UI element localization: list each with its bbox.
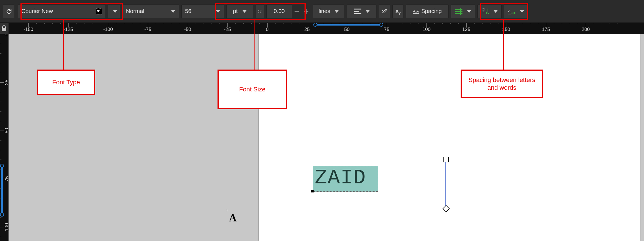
- subscript-icon: xy: [395, 8, 401, 15]
- annotation-label-spacing: Spacing between letters and words: [461, 70, 543, 98]
- spacing-icon: A A: [413, 9, 419, 14]
- horizontal-ruler[interactable]: -150-125-100-75-50-250255075100125150175…: [9, 23, 644, 34]
- glyph-rotation-button[interactable]: 字: [477, 5, 502, 18]
- annotation-line: [63, 20, 64, 70]
- canvas-area[interactable]: ZAID +A: [9, 34, 644, 241]
- annotation-line: [254, 20, 255, 70]
- text-align-selector[interactable]: [347, 5, 376, 18]
- line-spacing-input[interactable]: 0.00: [266, 5, 292, 18]
- line-unit-selector[interactable]: lines: [313, 5, 344, 18]
- glyph-rotation-icon: 字: [481, 7, 489, 16]
- line-spacing-icon: A A: [258, 7, 262, 15]
- align-left-icon: [353, 8, 362, 15]
- text-flow-icon: A: [508, 8, 516, 15]
- redo-icon: [5, 8, 12, 15]
- page[interactable]: [259, 34, 640, 241]
- text-flow-button[interactable]: A: [504, 5, 528, 18]
- text-content: ZAID: [313, 166, 366, 190]
- text-toolbar: Courier New Normal 56 pt A A 0.00 − + li…: [0, 0, 644, 23]
- spacing-button[interactable]: A A Spacing: [406, 5, 449, 18]
- svg-text:A: A: [508, 9, 511, 13]
- annotation-line: [503, 20, 504, 70]
- resize-handle-ne[interactable]: [443, 157, 449, 162]
- font-preview-icon: [96, 8, 102, 14]
- annotation-label-font-type: Font Type: [37, 70, 95, 95]
- chevron-down-icon: [242, 10, 247, 13]
- superscript-button[interactable]: xy: [379, 5, 390, 18]
- font-unit-value: pt: [233, 8, 238, 14]
- vertical-ruler[interactable]: 0255075100: [0, 34, 9, 241]
- chevron-down-icon: [365, 10, 370, 13]
- font-family-selector[interactable]: Courier New: [18, 5, 106, 18]
- line-unit-value: lines: [318, 8, 330, 14]
- font-family-value: Courier New: [21, 8, 53, 14]
- font-size-unit[interactable]: pt: [226, 5, 253, 18]
- text-direction-icon: [455, 8, 463, 15]
- text-selection[interactable]: ZAID: [313, 166, 378, 192]
- chevron-down-icon: [216, 10, 220, 13]
- decrease-spacing-button[interactable]: −: [294, 7, 301, 16]
- chevron-down-icon: [113, 10, 117, 13]
- font-family-dropdown[interactable]: [108, 5, 120, 18]
- v-ruler-slider[interactable]: [1, 166, 3, 214]
- chevron-down-icon: [334, 10, 339, 13]
- chevron-down-icon: [493, 10, 498, 13]
- font-style-selector[interactable]: Normal: [122, 5, 179, 18]
- font-style-value: Normal: [126, 8, 144, 14]
- text-direction-button[interactable]: [451, 5, 475, 18]
- line-spacing-icon-button[interactable]: A A: [256, 5, 264, 18]
- svg-text:A: A: [258, 9, 260, 11]
- redo-button[interactable]: [3, 5, 14, 18]
- subscript-button[interactable]: xy: [392, 5, 404, 18]
- chevron-down-icon: [171, 10, 175, 13]
- line-spacing-value: 0.00: [274, 8, 285, 14]
- svg-text:字: 字: [482, 8, 485, 12]
- superscript-icon: xy: [382, 8, 387, 15]
- increase-spacing-button[interactable]: +: [304, 7, 311, 16]
- selection-handle[interactable]: [311, 190, 314, 192]
- chevron-down-icon: [520, 10, 524, 13]
- spacing-label: Spacing: [421, 8, 442, 14]
- font-size-value: 56: [185, 8, 191, 14]
- text-tool-cursor: +A: [229, 211, 237, 224]
- font-size-input[interactable]: 56: [181, 5, 224, 18]
- annotation-label-font-size: Font Size: [218, 70, 287, 109]
- lock-icon[interactable]: [1, 25, 7, 33]
- svg-text:A: A: [258, 11, 260, 13]
- h-ruler-slider[interactable]: [316, 24, 381, 26]
- chevron-down-icon: [467, 10, 471, 13]
